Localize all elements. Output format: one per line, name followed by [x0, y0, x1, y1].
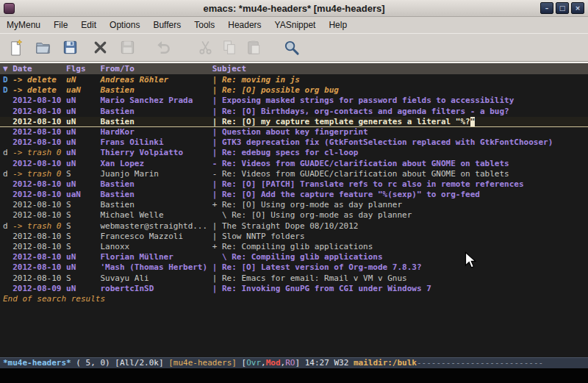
cell-subject: | Re: [O] my capture template generates …: [212, 117, 476, 126]
cell-date: 2012-08-10: [12, 273, 66, 284]
modeline-segment-maildir: maildir:/bulk: [354, 358, 417, 368]
message-row[interactable]: 2012-08-10SFrancesco Mazzoli| Slow NNTP …: [0, 232, 588, 242]
cell-from: Mario Sanchez Prada: [100, 96, 212, 106]
message-row[interactable]: 2012-08-10uNBastien| Re: [O] my capture …: [0, 117, 588, 127]
cell-from: 'Mash (Thomas Herbert): [100, 262, 212, 273]
modeline-segment-dashes: --------------------------: [417, 358, 543, 368]
message-row[interactable]: 2012-08-10SMichael Welle \ Re: [O] Using…: [0, 210, 588, 221]
cell-date: -> delete: [12, 75, 66, 85]
window-close-button[interactable]: ×: [571, 2, 584, 14]
open-file-icon: [35, 39, 51, 56]
message-row[interactable]: 2012-08-10uNMario Sanchez Prada| Exposin…: [0, 96, 588, 106]
message-row[interactable]: 2012-08-10uNBastien| Re: [O] Birthdays, …: [0, 107, 588, 117]
cell-subject: | GTK3 deprecation fix (GtkFontSelection…: [212, 137, 553, 147]
message-row[interactable]: 2012-08-10uNHardKor| Question about key …: [0, 127, 588, 137]
cell-from: Francesco Mazzoli: [100, 232, 212, 242]
window-maximize-button[interactable]: □: [556, 2, 569, 14]
message-row[interactable]: d-> trash 0SJuanjo Marin- Re: Videos fro…: [0, 169, 588, 179]
menu-item-headers[interactable]: Headers: [221, 17, 268, 33]
message-row[interactable]: 2012-08-10uNFrans Oilinki| GTK3 deprecat…: [0, 137, 588, 148]
message-row[interactable]: 2012-08-10uaNBastien| Re: [O] Add the ca…: [0, 190, 588, 200]
cell-subject: + Re: Compiling glib applications: [212, 242, 373, 251]
cell-flags: S: [66, 169, 100, 179]
modeline-segment-mod: Mod: [266, 358, 281, 368]
menu-item-buffers[interactable]: Buffers: [146, 17, 187, 33]
cell-from: Bastien: [100, 107, 212, 117]
header-line: ▼DateFlgsFrom/ToSubject: [0, 63, 588, 74]
open-file-button[interactable]: [33, 37, 53, 57]
cell-date: 2012-08-10: [12, 252, 66, 262]
menu-item-options[interactable]: Options: [103, 17, 146, 33]
column-header-subject[interactable]: Subject: [212, 64, 246, 74]
message-list: D-> deleteuNAndreas Röhler| Re: moving i…: [0, 74, 588, 294]
message-row[interactable]: 2012-08-10SBastien+ Re: [O] Using org-mo…: [0, 200, 588, 210]
cell-flags: uN: [66, 284, 100, 294]
menu-item-mymenu[interactable]: MyMenu: [0, 17, 47, 33]
cell-subject: | Question about key fingerprint: [212, 127, 368, 137]
cell-date: 2012-08-09: [12, 284, 66, 294]
cell-flags: uN: [66, 148, 100, 158]
cell-flags: uN: [66, 107, 100, 117]
cell-subject: | Re: moving in js: [212, 75, 300, 85]
window-titlebar: emacs: *mu4e-headers* [mu4e-headers] –□×: [0, 0, 588, 17]
message-row[interactable]: 2012-08-09uNrobertcInSD| Re: Invoking Gn…: [0, 284, 588, 294]
message-row[interactable]: D-> deleteuaNBastien| Re: [O] possible o…: [0, 85, 588, 96]
cell-date: -> trash 0: [12, 169, 66, 179]
cell-mark: d: [3, 221, 12, 232]
message-row[interactable]: 2012-08-10uNFlorian Müllner \ Re: Compil…: [0, 252, 588, 262]
cell-flags: S: [66, 221, 100, 232]
buffer-area: ▼DateFlgsFrom/ToSubject D-> deleteuNAndr…: [0, 62, 588, 357]
copy-button[interactable]: [220, 37, 240, 57]
cell-from: Andreas Röhler: [100, 75, 212, 85]
text-cursor: ": [470, 117, 476, 126]
menu-item-tools[interactable]: Tools: [187, 17, 221, 33]
cell-from: Xan Lopez: [100, 159, 212, 169]
message-row[interactable]: d-> trash 0Swebmaster@straightd...| The …: [0, 221, 588, 232]
menubar: MyMenuFileEditOptionsBuffersToolsHeaders…: [0, 17, 588, 33]
cell-from: Bastien: [100, 117, 212, 127]
window-title: emacs: *mu4e-headers* [mu4e-headers]: [0, 3, 588, 14]
cell-from: Frans Oilinki: [100, 137, 212, 148]
save-icon: [62, 39, 79, 56]
cell-date: 2012-08-10: [12, 137, 66, 148]
paste-button[interactable]: [244, 37, 264, 57]
cell-mark: D: [3, 75, 12, 85]
menu-item-help[interactable]: Help: [322, 17, 354, 33]
echo-area: [0, 368, 588, 383]
message-row[interactable]: D-> deleteuNAndreas Röhler| Re: moving i…: [0, 75, 588, 85]
window-minimize-button[interactable]: –: [540, 2, 553, 14]
menu-item-edit[interactable]: Edit: [74, 17, 103, 33]
modeline-segment-ovr: Ovr: [246, 358, 261, 368]
cell-subject: + Re: [O] Using org-mode as day planner: [212, 200, 402, 210]
new-file-button[interactable]: [6, 37, 26, 57]
search-button[interactable]: [282, 37, 301, 57]
column-header-date[interactable]: Date: [12, 63, 66, 74]
menu-item-yasnippet[interactable]: YASnippet: [268, 17, 323, 33]
message-row[interactable]: 2012-08-10SLanoxx+ Re: Compiling glib ap…: [0, 242, 588, 252]
cell-from: Bastien: [100, 190, 212, 200]
cell-subject: \ Re: [O] Using org-mode as day planner: [212, 210, 412, 220]
cut-button[interactable]: [196, 37, 215, 57]
close-buffer-button[interactable]: [90, 37, 110, 57]
cell-flags: S: [66, 200, 100, 210]
message-row[interactable]: 2012-08-10SSuvayu Ali| Re: Emacs for ema…: [0, 273, 588, 284]
cell-from: Bastien: [100, 200, 212, 210]
column-header-from[interactable]: From/To: [100, 63, 212, 74]
message-row[interactable]: 2012-08-10uNBastien| Re: [O] [PATCH] Tra…: [0, 179, 588, 190]
cell-date: -> trash 0: [12, 148, 66, 158]
column-header-flags[interactable]: Flgs: [66, 63, 100, 74]
save-as-button[interactable]: [118, 37, 137, 57]
cell-subject: | Re: [O] Add the capture feature "%(sex…: [212, 190, 480, 199]
cell-flags: uaN: [66, 85, 100, 96]
cell-flags: S: [66, 242, 100, 252]
save-button[interactable]: [60, 37, 80, 57]
cell-from: HardKor: [100, 127, 212, 137]
cell-subject: | Re: [O] [PATCH] Translate refs to rc a…: [212, 179, 524, 189]
menu-item-file[interactable]: File: [47, 17, 74, 33]
cell-date: 2012-08-10: [12, 262, 66, 273]
message-row[interactable]: 2012-08-10uNXan Lopez- Re: Videos from G…: [0, 159, 588, 169]
message-row[interactable]: d-> trash 0uNThierry Volpiatto| Re: edeb…: [0, 148, 588, 158]
cell-subject: | Re: [O] Birthdays, org-contacts and ag…: [212, 107, 509, 116]
undo-button[interactable]: [153, 37, 173, 57]
message-row[interactable]: 2012-08-10uN'Mash (Thomas Herbert)| Re: …: [0, 262, 588, 273]
